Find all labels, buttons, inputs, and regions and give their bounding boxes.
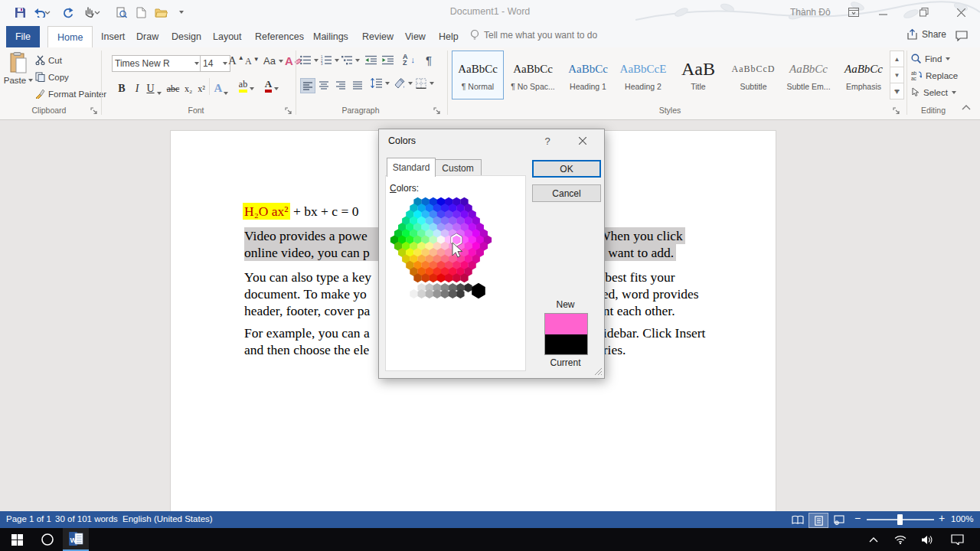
share-button[interactable]: Share [906, 28, 946, 40]
paragraph-text-line[interactable]: You can also type a key [244, 269, 378, 285]
styles-more-button[interactable]: ▬▼ [890, 83, 904, 99]
bullets-button[interactable] [300, 55, 318, 65]
paragraph-text-line[interactable]: header, footer, cover pa [244, 302, 378, 319]
replace-button[interactable]: abac Replace [911, 70, 958, 80]
find-button[interactable]: Find [911, 54, 950, 64]
print-preview-icon[interactable] [112, 3, 130, 21]
font-name-combobox[interactable]: Times New R [112, 55, 202, 72]
style-normal[interactable]: AaBbCc ¶ Normal [452, 51, 504, 99]
paragraph-text-line[interactable]: Video provides a powe [244, 227, 378, 244]
style-emphasis[interactable]: AaBbCc Emphasis [838, 51, 890, 99]
paragraph-text-line[interactable]: ent each other. [597, 302, 675, 319]
read-mode-button[interactable] [789, 513, 807, 527]
style-subtitle[interactable]: AaBbCcD Subtitle [727, 51, 779, 99]
style-heading-2[interactable]: AaBbCcE Heading 2 [617, 51, 669, 99]
touch-mode-icon[interactable] [80, 3, 104, 21]
collapse-ribbon-icon[interactable] [962, 104, 971, 110]
new-document-icon[interactable] [132, 3, 150, 21]
styles-dialog-launcher-icon[interactable] [893, 107, 900, 115]
justify-button[interactable] [351, 78, 364, 92]
tray-action-center-button[interactable] [945, 528, 969, 551]
show-hide-pilcrow-button[interactable]: ¶ [426, 54, 432, 67]
text-effects-button[interactable]: A [212, 77, 230, 96]
tray-show-hidden-icons-button[interactable] [864, 528, 884, 551]
cortana-search-button[interactable] [34, 528, 61, 551]
zoom-in-button[interactable]: + [939, 512, 945, 524]
formula-highlighted-text[interactable]: H₂O ax² [243, 203, 290, 220]
paragraph-text-line[interactable]: online video, you can p [244, 244, 378, 261]
language-status[interactable]: English (United States) [122, 514, 213, 523]
cancel-button[interactable]: Cancel [532, 184, 601, 202]
font-color-button[interactable]: A [261, 77, 283, 95]
underline-button[interactable]: U [145, 77, 163, 96]
dialog-resize-grip[interactable] [594, 367, 603, 376]
text-highlight-button[interactable]: ab [236, 77, 257, 95]
subscript-button[interactable]: x₂ [182, 77, 194, 96]
paragraph-text-line[interactable]: When you click [598, 227, 685, 244]
formula-rest-text[interactable]: + bx + c = 0 [290, 204, 359, 219]
tab-home[interactable]: Home [47, 26, 93, 48]
paragraph-text-line[interactable]: u want to add. [598, 244, 676, 261]
color-cell[interactable] [464, 283, 472, 292]
borders-button[interactable] [416, 78, 434, 89]
page-count-status[interactable]: Page 1 of 1 [6, 514, 51, 523]
tab-references[interactable]: References [246, 26, 313, 47]
font-dialog-launcher-icon[interactable] [285, 107, 292, 115]
paragraph-text-line[interactable]: For example, you can a [244, 324, 378, 341]
redo-icon[interactable] [58, 3, 77, 21]
tray-wifi-button[interactable] [890, 528, 911, 551]
web-layout-button[interactable] [830, 513, 848, 527]
print-layout-button[interactable] [808, 513, 828, 528]
ribbon-display-options-icon[interactable] [839, 0, 868, 24]
line-spacing-button[interactable] [371, 78, 390, 88]
word-count-status[interactable]: 30 of 101 words [55, 514, 118, 523]
standard-colors-hexagon-picker[interactable] [385, 194, 515, 308]
tab-file[interactable]: File [6, 26, 40, 47]
superscript-button[interactable]: x² [195, 77, 207, 96]
copy-button[interactable]: Copy [35, 72, 69, 82]
styles-scroll-down-button[interactable]: ▼ [890, 67, 904, 83]
start-button[interactable] [2, 528, 32, 551]
paste-button[interactable]: Paste [5, 52, 32, 85]
minimize-button[interactable] [868, 0, 897, 24]
dialog-help-button[interactable]: ? [537, 132, 558, 149]
styles-scroll-up-button[interactable]: ▲ [890, 51, 904, 67]
tab-custom[interactable]: Custom [434, 159, 482, 177]
tray-volume-button[interactable] [916, 528, 937, 551]
align-left-button[interactable] [300, 78, 315, 93]
increase-indent-button[interactable] [382, 55, 394, 65]
decrease-indent-button[interactable] [365, 55, 377, 65]
colors-dialog[interactable]: Colors ? Standard Custom Colors: OK Canc… [378, 129, 605, 379]
tab-help[interactable]: Help [430, 26, 468, 47]
zoom-slider-thumb[interactable] [897, 514, 903, 525]
undo-icon[interactable] [31, 3, 54, 21]
tab-layout[interactable]: Layout [204, 26, 251, 47]
open-folder-icon[interactable] [152, 3, 170, 21]
comments-icon[interactable] [956, 31, 968, 41]
clear-formatting-button[interactable]: A [285, 54, 301, 67]
shrink-font-button[interactable]: A▼ [245, 56, 260, 67]
style-subtle-emphasis[interactable]: AaBbCc Subtle Em... [782, 51, 835, 99]
style-title[interactable]: AaB Title [672, 51, 724, 99]
save-icon[interactable] [11, 3, 29, 21]
paragraph-text-line[interactable]: and then choose the ele [244, 341, 378, 358]
style-heading-1[interactable]: AaBbCc Heading 1 [562, 51, 614, 99]
user-account-name[interactable]: Thành Đô [790, 7, 831, 18]
paragraph-text-line[interactable]: t best fits your [598, 269, 675, 285]
numbering-button[interactable]: 123 [321, 55, 339, 65]
paragraph-dialog-launcher-icon[interactable] [433, 107, 441, 115]
strikethrough-button[interactable]: abc [165, 77, 181, 96]
tab-mailings[interactable]: Mailings [304, 26, 358, 47]
sort-button[interactable]: AZ↓ [403, 54, 415, 66]
formula-line[interactable]: H₂O ax² + bx + c = 0 [243, 203, 358, 220]
zoom-out-button[interactable]: − [854, 512, 861, 524]
align-center-button[interactable] [317, 78, 331, 92]
tell-me-box[interactable]: Tell me what you want to do [470, 29, 597, 41]
dialog-close-button[interactable] [572, 132, 593, 149]
grow-font-button[interactable]: A▲ [228, 54, 244, 67]
bold-button[interactable]: B [115, 77, 129, 96]
shading-button[interactable] [394, 78, 413, 89]
change-case-button[interactable]: Aa [263, 55, 283, 67]
multilevel-list-button[interactable] [341, 55, 360, 65]
zoom-percentage[interactable]: 100% [951, 514, 973, 523]
